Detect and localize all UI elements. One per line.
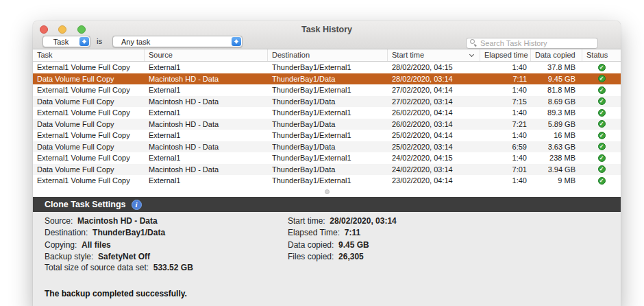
cell-data-copied: 9 MB (531, 175, 582, 187)
filter-field-popup-label: Task (43, 38, 79, 46)
detail-total-size: Total size of source data set: 533.52 GB (45, 262, 193, 274)
success-status-icon: ✓ (598, 132, 606, 139)
cell-start-time: 27/02/2020, 04:14 (388, 84, 480, 96)
cell-task: External1 Volume Full Copy (33, 107, 145, 119)
filter-value-popup-label: Any task (121, 38, 231, 46)
cell-destination: ThunderBay1/Data (268, 119, 388, 130)
search-icon (470, 39, 475, 44)
column-header-elapsed-time[interactable]: Elapsed time (480, 49, 531, 61)
cell-task: Data Volume Full Copy (33, 164, 145, 176)
table-row[interactable]: Data Volume Full CopyMacintosh HD - Data… (33, 119, 621, 130)
column-header-status[interactable]: Status (582, 49, 621, 61)
cell-data-copied: 3.63 GB (531, 141, 582, 153)
success-status-icon: ✓ (598, 75, 606, 82)
table-row[interactable]: External1 Volume Full CopyExternal1Thund… (33, 175, 621, 187)
cell-destination: ThunderBay1/External1 (268, 175, 388, 187)
cell-elapsed-time: 6:59 (480, 141, 531, 153)
cell-source: External1 (145, 175, 268, 187)
details-left-column: Source: Macintosh HD - Data Destination:… (45, 215, 193, 298)
detail-files-copied: Files copied: 26,305 (288, 251, 397, 263)
cell-status: ✓ (582, 84, 621, 96)
column-header-source[interactable]: Source (145, 49, 268, 61)
column-header-task[interactable]: Task (33, 49, 145, 61)
backup-result-message: The backup completed successfully. (45, 289, 193, 298)
cell-destination: ThunderBay1/Data (268, 96, 388, 108)
details-right-column: Start time: 28/02/2020, 03:14 Elapsed Ti… (288, 215, 397, 262)
success-status-icon: ✓ (598, 109, 606, 117)
table-row[interactable]: Data Volume Full CopyMacintosh HD - Data… (33, 96, 621, 108)
cell-destination: ThunderBay1/External1 (268, 62, 388, 73)
detail-data-copied: Data copied: 9.45 GB (288, 239, 397, 251)
cell-source: External1 (145, 130, 268, 141)
details-panel-title: Clone Task Settings (45, 200, 126, 209)
cell-task: Data Volume Full Copy (33, 73, 145, 85)
info-icon[interactable]: i (132, 200, 142, 210)
table-row[interactable]: External1 Volume Full CopyExternal1Thund… (33, 84, 621, 96)
cell-task: Data Volume Full Copy (33, 141, 145, 153)
filter-value-popup[interactable]: Any task (112, 36, 243, 47)
success-status-icon: ✓ (598, 154, 606, 162)
search-input[interactable] (466, 38, 598, 49)
table-row[interactable]: Data Volume Full CopyMacintosh HD - Data… (33, 141, 621, 153)
toolbar: Task History Task is Any task (33, 21, 621, 49)
table-row[interactable]: External1 Volume Full CopyExternal1Thund… (33, 62, 621, 73)
column-header-start-time[interactable]: Start time (388, 49, 480, 61)
cell-start-time: 26/02/2020, 03:14 (388, 119, 480, 130)
filter-operator-label: is (97, 37, 102, 45)
table-row[interactable]: External1 Volume Full CopyExternal1Thund… (33, 152, 621, 164)
cell-source: Macintosh HD - Data (145, 164, 268, 176)
cell-start-time: 28/02/2020, 03:14 (388, 73, 480, 85)
cell-destination: ThunderBay1/Data (268, 141, 388, 153)
cell-source: External1 (145, 84, 268, 96)
window-title: Task History (33, 25, 621, 34)
cell-task: External1 Volume Full Copy (33, 175, 145, 187)
splitter-strip (33, 187, 621, 197)
cell-task: Data Volume Full Copy (33, 119, 145, 130)
cell-start-time: 25/02/2020, 04:14 (388, 130, 480, 141)
cell-data-copied: 238 MB (531, 152, 582, 164)
table-row[interactable]: Data Volume Full CopyMacintosh HD - Data… (33, 73, 621, 85)
cell-source: External1 (145, 107, 268, 119)
cell-task: External1 Volume Full Copy (33, 152, 145, 164)
search-field (466, 36, 598, 47)
cell-data-copied: 3.94 GB (531, 164, 582, 176)
cell-task: External1 Volume Full Copy (33, 84, 145, 96)
cell-data-copied: 16 MB (531, 130, 582, 141)
detail-source: Source: Macintosh HD - Data (45, 215, 193, 227)
detail-start-time: Start time: 28/02/2020, 03:14 (288, 215, 397, 227)
cell-elapsed-time: 1:40 (480, 62, 531, 73)
table-row[interactable]: External1 Volume Full CopyExternal1Thund… (33, 107, 621, 119)
filter-field-popup[interactable]: Task (42, 36, 90, 47)
popup-stepper-icon (79, 37, 89, 46)
detail-destination: Destination: ThunderBay1/Data (45, 227, 193, 239)
table-row[interactable]: External1 Volume Full CopyExternal1Thund… (33, 130, 621, 141)
sort-descending-icon (469, 52, 474, 57)
cell-task: External1 Volume Full Copy (33, 130, 145, 141)
cell-start-time: 25/02/2020, 03:14 (388, 141, 480, 153)
cell-destination: ThunderBay1/External1 (268, 84, 388, 96)
cell-source: Macintosh HD - Data (145, 73, 268, 85)
task-history-table: External1 Volume Full CopyExternal1Thund… (33, 62, 621, 187)
cell-data-copied: 81.8 MB (531, 84, 582, 96)
cell-elapsed-time: 7:11 (480, 73, 531, 85)
cell-elapsed-time: 1:40 (480, 175, 531, 187)
cell-start-time: 26/02/2020, 04:14 (388, 107, 480, 119)
table-header: Task Source Destination Start time Elaps… (33, 49, 621, 62)
cell-source: External1 (145, 152, 268, 164)
cell-source: Macintosh HD - Data (145, 141, 268, 153)
table-row[interactable]: Data Volume Full CopyMacintosh HD - Data… (33, 164, 621, 176)
column-header-destination[interactable]: Destination (268, 49, 388, 61)
splitter-handle-icon[interactable] (325, 189, 330, 194)
cell-data-copied: 9.45 GB (531, 73, 582, 85)
cell-elapsed-time: 7:01 (480, 164, 531, 176)
cell-elapsed-time: 1:40 (480, 130, 531, 141)
success-status-icon: ✓ (598, 120, 606, 128)
cell-task: Data Volume Full Copy (33, 96, 145, 108)
cell-status: ✓ (582, 152, 621, 164)
cell-data-copied: 8.69 GB (531, 96, 582, 108)
cell-destination: ThunderBay1/External1 (268, 152, 388, 164)
task-history-window: Task History Task is Any task Task Sourc… (33, 21, 621, 306)
cell-status: ✓ (582, 141, 621, 153)
cell-start-time: 24/02/2020, 03:14 (388, 164, 480, 176)
column-header-data-copied[interactable]: Data copied (531, 49, 582, 61)
